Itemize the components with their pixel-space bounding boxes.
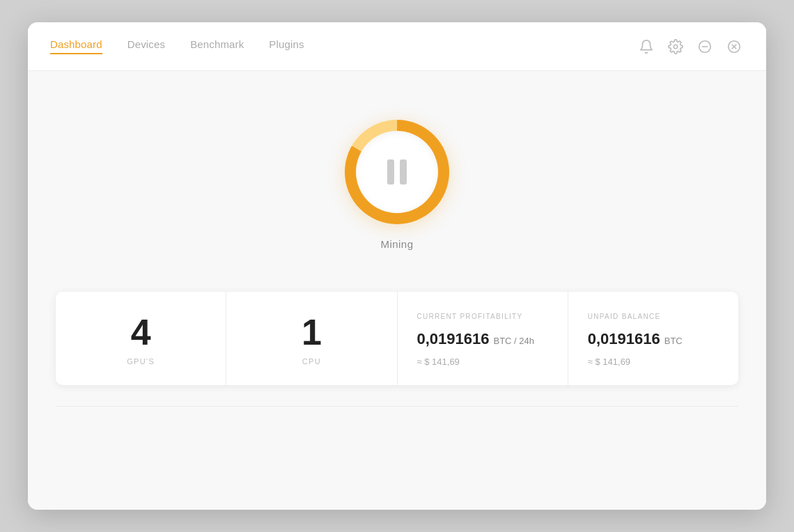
stat-card-balance: UNPAID BALANCE 0,0191616 BTC ≈ $ 141,69 [568, 292, 738, 385]
balance-approx: ≈ $ 141,69 [588, 357, 630, 367]
stat-card-profitability: CURRENT PROFITABILITY 0,0191616 BTC / 24… [398, 292, 568, 385]
cpu-value: 1 [302, 314, 322, 350]
stat-card-cpu: 1 CPU [226, 292, 397, 385]
balance-value: 0,0191616 [588, 330, 660, 348]
window-controls [637, 37, 744, 56]
gpus-label: GPU'S [127, 357, 155, 366]
notification-icon[interactable] [637, 37, 656, 56]
mining-section: Mining [345, 120, 449, 250]
tab-benchmark[interactable]: Benchmark [190, 38, 244, 54]
gpus-value: 4 [131, 314, 151, 350]
pause-bar-left [387, 159, 394, 185]
mining-toggle-button[interactable] [345, 120, 449, 224]
nav-tabs: Dashboard Devices Benchmark Plugins [50, 38, 637, 54]
bottom-strip [56, 406, 738, 439]
profitability-header: CURRENT PROFITABILITY [417, 313, 523, 320]
pause-icon [387, 159, 407, 185]
tab-devices[interactable]: Devices [127, 38, 165, 54]
balance-unit: BTC [664, 336, 683, 346]
settings-icon[interactable] [666, 37, 685, 56]
top-bar: Dashboard Devices Benchmark Plugins [28, 22, 766, 71]
stat-card-gpus: 4 GPU'S [56, 292, 226, 385]
mining-label: Mining [381, 238, 414, 250]
profitability-value: 0,0191616 [417, 330, 490, 348]
profitability-approx: ≈ $ 141,69 [417, 357, 460, 367]
mining-btn-inner [356, 131, 438, 213]
tab-plugins[interactable]: Plugins [269, 38, 304, 54]
svg-point-0 [674, 45, 678, 49]
main-content: Mining 4 GPU'S 1 CPU CURRENT PROFITABILI… [28, 71, 766, 510]
close-icon[interactable] [724, 37, 744, 56]
cpu-label: CPU [302, 357, 321, 366]
pause-bar-right [400, 159, 407, 185]
app-window: Dashboard Devices Benchmark Plugins [28, 22, 766, 510]
minimize-icon[interactable] [695, 37, 715, 56]
profitability-unit: BTC / 24h [494, 336, 535, 346]
stats-row: 4 GPU'S 1 CPU CURRENT PROFITABILITY 0,01… [56, 292, 738, 385]
tab-dashboard[interactable]: Dashboard [50, 38, 102, 54]
balance-header: UNPAID BALANCE [588, 313, 661, 320]
